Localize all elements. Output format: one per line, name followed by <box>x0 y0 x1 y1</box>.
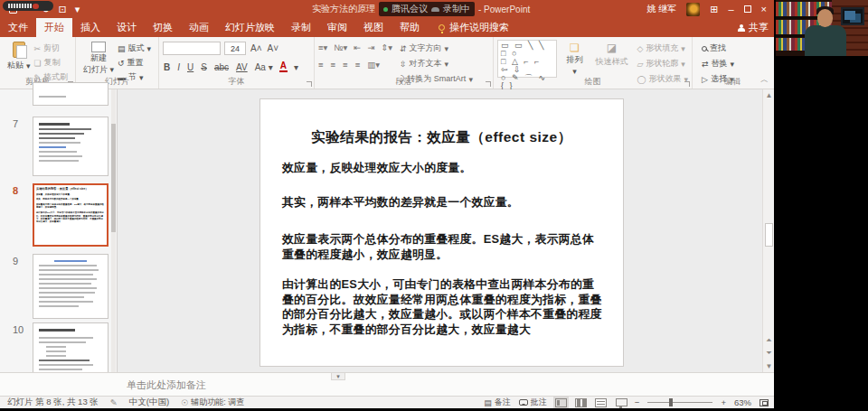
indent-icon[interactable]: ⇥ <box>367 42 374 52</box>
slide-paragraph-2[interactable]: 其实，两样本平均数的差异就是一个效应量。 <box>282 195 605 210</box>
comments-toggle[interactable]: 批注 <box>519 397 547 408</box>
tell-me-search[interactable]: 操作说明搜索 <box>428 18 517 37</box>
notes-pane[interactable]: ▾ 单击此处添加备注 <box>0 372 774 396</box>
tab-record[interactable]: 录制 <box>283 18 319 37</box>
normal-view-button[interactable] <box>555 398 567 407</box>
notes-toggle-label: 备注 <box>495 397 511 408</box>
minimize-button[interactable]: – <box>728 5 733 14</box>
notes-toggle[interactable]: ▤ 备注 <box>484 397 511 408</box>
find-button[interactable]: 查找 <box>702 42 769 54</box>
tab-home[interactable]: 开始 <box>36 18 72 37</box>
thumbnail-slide-6-partial[interactable] <box>33 82 108 106</box>
scrollbar-thumb[interactable] <box>765 223 773 247</box>
thumbnail-slide-9[interactable] <box>33 254 108 319</box>
align-center-icon[interactable]: ≡ <box>331 60 336 70</box>
shapes-gallery[interactable]: ▭ ▭ ╲ ╲ □ ○ □ △ ⌐ ⌐ ⇦ ⇩ ○ ✎ ⌒ ∿ { } <box>497 40 557 78</box>
zoom-in-button[interactable]: + <box>721 397 726 407</box>
tab-view[interactable]: 视图 <box>355 18 392 37</box>
reading-view-button[interactable] <box>595 398 607 407</box>
thumbnail-scrollbar[interactable] <box>111 89 116 372</box>
font-name-combobox[interactable] <box>163 42 221 55</box>
slide-paragraph-4[interactable]: 由计算出的ES大小，可由专门的表格中查出两样本分布的重叠的百分比。故效应量经常用… <box>282 277 605 337</box>
restore-button[interactable] <box>744 5 751 13</box>
canvas-scrollbar[interactable]: ▲ ⏶ ⏷ ▼ <box>762 89 774 372</box>
slide-paragraph-3[interactable]: 效应量表示两个总体分布的重叠程度。ES越大，表示两总体重叠的程度越小，效应越明显… <box>282 232 605 262</box>
columns-icon[interactable]: ▥▾ <box>367 60 380 70</box>
shape-outline-button[interactable]: ▱ 形状轮廓 ▾ <box>637 58 688 70</box>
slide-editor[interactable]: 实验结果的报告：效应量（effect size） 效应量，反映处理效应大小的度量… <box>259 98 624 367</box>
bullets-icon[interactable]: ≡▾ <box>318 42 327 52</box>
align-left-icon[interactable]: ≡ <box>318 60 324 70</box>
font-dialog-launcher-icon[interactable] <box>307 81 312 87</box>
window-title: 实验方法的原理 腾讯会议 录制中 - PowerPoint <box>312 2 530 16</box>
notes-placeholder[interactable]: 单击此处添加备注 <box>127 378 206 392</box>
cut-button[interactable]: ✂ 剪切 <box>34 42 69 54</box>
drawing-dialog-launcher-icon[interactable] <box>684 81 690 87</box>
align-right-icon[interactable]: ≡ <box>343 60 348 70</box>
collapse-ribbon-icon[interactable]: ︿ <box>760 74 769 86</box>
justify-icon[interactable]: ≡ <box>355 60 361 70</box>
ribbon-tab-row: 文件 开始 插入 设计 切换 动画 幻灯片放映 录制 审阅 视图 帮助 操作说明… <box>0 18 774 37</box>
slide-paragraph-1[interactable]: 效应量，反映处理效应大小的度量。 <box>282 161 605 176</box>
reset-button[interactable]: ↺ 重置 <box>118 57 151 69</box>
paste-button[interactable]: 粘贴 ▾ <box>4 40 34 78</box>
underline-button[interactable]: U <box>186 62 194 72</box>
paragraph-dialog-launcher-icon[interactable] <box>486 81 491 87</box>
strikethrough-button[interactable]: S <box>200 62 208 72</box>
share-button[interactable]: 共享 <box>738 18 769 37</box>
font-color-dropdown-icon[interactable]: ▾ <box>293 62 299 72</box>
tab-file[interactable]: 文件 <box>0 18 36 37</box>
tab-animations[interactable]: 动画 <box>181 18 217 37</box>
layout-button[interactable]: ▤ 版式 ▾ <box>118 42 151 54</box>
accessibility-status[interactable]: ☉ 辅助功能: 调查 <box>181 397 244 408</box>
qat-customize-icon[interactable]: ▾ <box>75 5 80 14</box>
spell-check-icon[interactable]: ✎ <box>110 397 118 407</box>
new-slide-button[interactable]: 新建 幻灯片 ▾ <box>80 40 118 78</box>
shrink-font-button[interactable]: A˅ <box>267 43 280 53</box>
zoom-level[interactable]: 63% <box>734 397 751 407</box>
user-avatar[interactable] <box>686 3 700 16</box>
italic-button[interactable]: I <box>176 62 181 72</box>
zoom-slider[interactable] <box>647 402 712 403</box>
tab-help[interactable]: 帮助 <box>392 18 428 37</box>
slide-canvas: 实验结果的报告：效应量（effect size） 效应量，反映处理效应大小的度量… <box>118 89 762 372</box>
line-spacing-icon[interactable]: ⇕▾ <box>381 42 392 52</box>
meeting-audio-indicator <box>3 1 53 11</box>
font-color-button[interactable]: A <box>279 61 288 72</box>
start-slideshow-icon[interactable]: ⊡ <box>58 5 66 14</box>
grow-font-button[interactable]: A˄ <box>250 43 263 53</box>
bold-button[interactable]: B <box>163 62 171 72</box>
close-button[interactable]: × <box>761 5 767 14</box>
new-slide-label-1: 新建 <box>90 54 107 63</box>
char-spacing-button[interactable]: AV <box>235 62 249 72</box>
webcam-video-overlay[interactable] <box>776 0 868 56</box>
tab-design[interactable]: 设计 <box>108 18 145 37</box>
slide-title[interactable]: 实验结果的报告：效应量（effect size） <box>260 128 623 147</box>
outdent-icon[interactable]: ⇤ <box>354 42 361 52</box>
arrange-button[interactable]: ❏ 排列▾ <box>562 40 586 78</box>
copy-button[interactable]: ❏ 复制 <box>34 57 69 69</box>
ribbon-display-options-icon[interactable]: ⊞ <box>710 5 718 14</box>
tab-insert[interactable]: 插入 <box>72 18 108 37</box>
shape-fill-button[interactable]: ◇ 形状填充 ▾ <box>637 42 688 54</box>
language-indicator[interactable]: 中文(中国) <box>129 397 169 408</box>
zoom-out-button[interactable]: − <box>635 397 640 407</box>
text-direction-button[interactable]: ⇵ 文字方向 ▾ <box>400 42 473 54</box>
align-text-button[interactable]: ⇳ 对齐文本 ▾ <box>400 58 473 70</box>
quick-styles-button[interactable]: ◪ 快速样式 <box>591 40 631 78</box>
numbering-icon[interactable]: №▾ <box>334 42 347 52</box>
tab-slideshow[interactable]: 幻灯片放映 <box>217 18 283 37</box>
font-size-combobox[interactable]: 24 <box>224 42 246 55</box>
tab-review[interactable]: 审阅 <box>319 18 355 37</box>
tab-transitions[interactable]: 切换 <box>145 18 181 37</box>
thumbnail-slide-7[interactable] <box>33 117 108 176</box>
fit-slide-to-window-icon[interactable] <box>760 399 769 406</box>
slideshow-view-button[interactable] <box>615 398 627 407</box>
thumbnail-slide-8-selected[interactable]: 实验结果的报告：效应量（effect size） 效应量，反映处理效应大小的度量… <box>33 183 108 247</box>
slide-sorter-view-button[interactable] <box>575 398 587 407</box>
clear-format-button[interactable]: abc <box>213 62 230 72</box>
change-case-button[interactable]: Aa ▾ <box>254 62 274 72</box>
notes-splitter[interactable]: ▾ <box>331 372 345 380</box>
replace-button[interactable]: ⇄ 替换 ▾ <box>702 58 769 70</box>
zoom-slider-thumb[interactable] <box>669 398 673 406</box>
